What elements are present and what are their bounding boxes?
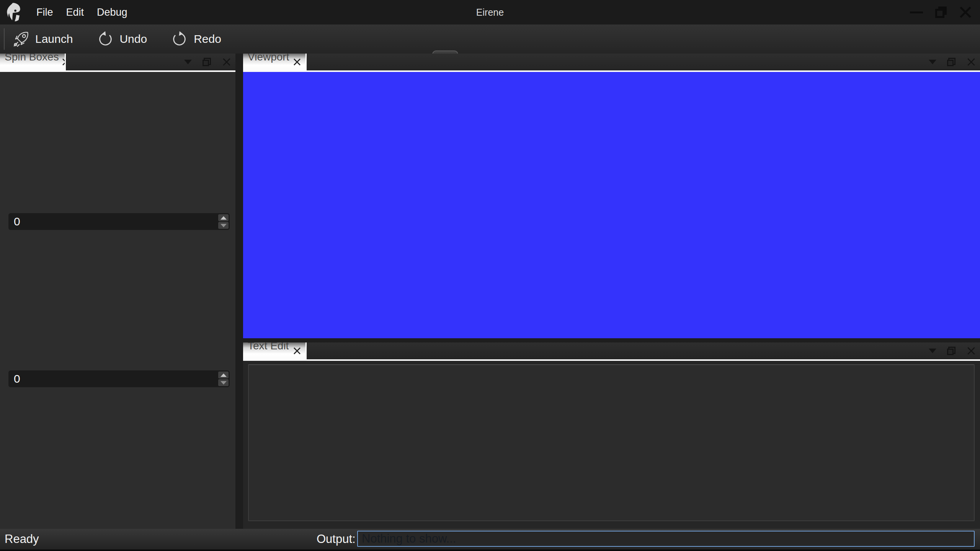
spin-boxes-panel: Spin Boxes <box>0 54 235 529</box>
status-message: Ready <box>5 532 39 546</box>
triangle-up-icon <box>220 216 227 220</box>
triangle-down-icon <box>220 224 227 227</box>
application-window: File Edit Debug Eirene <box>0 0 980 551</box>
float-window-icon[interactable] <box>947 347 956 355</box>
spinbox-2-up-button[interactable] <box>218 372 229 378</box>
toolbar-left-group: Launch Undo Redo <box>8 24 225 54</box>
tab-text-edit-close-button[interactable] <box>292 346 302 355</box>
viewport-dock-controls <box>929 54 976 70</box>
launch-button[interactable]: Launch <box>8 29 77 49</box>
dock-separator-line <box>0 70 235 72</box>
tab-text-edit[interactable]: Text Edit <box>243 342 307 359</box>
triangle-down-icon <box>220 381 227 385</box>
redo-label: Redo <box>194 33 221 46</box>
tab-spin-boxes-close-button[interactable] <box>61 57 66 67</box>
undo-button[interactable]: Undo <box>93 29 151 49</box>
tab-spin-boxes-label: Spin Boxes <box>5 54 59 63</box>
close-icon[interactable] <box>966 346 976 356</box>
vertical-splitter[interactable] <box>235 54 243 529</box>
text-edit-dock-controls <box>929 342 976 359</box>
spinbox-2-input[interactable] <box>8 370 218 387</box>
close-button[interactable] <box>953 0 978 24</box>
output-label: Output: <box>317 532 356 546</box>
toolbar: Launch Undo Redo <box>0 24 980 54</box>
window-title: Eirene <box>476 7 504 18</box>
launch-label: Launch <box>35 33 73 46</box>
restore-icon <box>935 7 947 18</box>
tab-viewport-label: Viewport <box>248 54 290 63</box>
menu-bar: File Edit Debug <box>30 0 134 24</box>
spinbox-2 <box>8 370 230 387</box>
output-field[interactable] <box>357 531 975 547</box>
tab-text-edit-label: Text Edit <box>248 342 290 352</box>
minimize-button[interactable] <box>904 0 929 24</box>
viewport-tabbar: Viewport <box>243 54 980 70</box>
spinbox-1-down-button[interactable] <box>218 222 229 229</box>
viewport-canvas[interactable] <box>243 72 980 338</box>
spin-boxes-tabbar: Spin Boxes <box>0 54 235 70</box>
maximize-restore-button[interactable] <box>929 0 953 24</box>
window-controls <box>904 0 978 24</box>
minimize-icon <box>910 11 923 13</box>
status-bar: Ready Output: <box>0 529 980 551</box>
undo-label: Undo <box>119 33 147 46</box>
menu-edit[interactable]: Edit <box>60 7 91 18</box>
spin-boxes-dock-controls <box>184 54 232 70</box>
menu-file[interactable]: File <box>30 7 60 18</box>
text-edit-tabbar: Text Edit <box>243 342 980 359</box>
spinbox-2-down-button[interactable] <box>218 379 229 386</box>
spartan-helmet-logo-icon <box>3 2 24 23</box>
rocket-icon <box>12 30 30 48</box>
float-window-icon[interactable] <box>203 58 211 66</box>
close-icon <box>292 346 302 355</box>
tab-viewport[interactable]: Viewport <box>243 54 307 70</box>
close-icon <box>958 5 973 20</box>
chevron-down-icon[interactable] <box>929 60 936 64</box>
tab-spin-boxes[interactable]: Spin Boxes <box>0 54 66 70</box>
close-icon[interactable] <box>222 57 232 67</box>
spinbox-1-input[interactable] <box>8 213 218 230</box>
menu-debug[interactable]: Debug <box>90 7 134 18</box>
close-icon <box>61 57 66 67</box>
close-icon <box>292 57 302 67</box>
spinbox-1-steppers <box>218 213 230 230</box>
chevron-down-icon[interactable] <box>184 60 192 64</box>
float-window-icon[interactable] <box>947 58 956 66</box>
close-icon[interactable] <box>966 57 976 67</box>
spinbox-1-up-button[interactable] <box>218 214 229 221</box>
redo-button[interactable]: Redo <box>167 29 225 49</box>
undo-icon <box>96 30 114 48</box>
right-dock-area: Viewport Text Edit <box>243 54 980 529</box>
title-bar: File Edit Debug Eirene <box>0 0 980 24</box>
chevron-down-icon[interactable] <box>929 349 936 353</box>
spinbox-1 <box>8 213 230 230</box>
text-editor-area[interactable] <box>248 364 975 521</box>
redo-icon <box>171 30 188 48</box>
text-edit-panel <box>243 361 980 529</box>
triangle-up-icon <box>220 373 227 377</box>
spinbox-2-steppers <box>218 370 230 387</box>
horizontal-splitter[interactable] <box>243 338 980 342</box>
tab-viewport-close-button[interactable] <box>292 57 302 67</box>
toolbar-handle <box>4 28 5 50</box>
